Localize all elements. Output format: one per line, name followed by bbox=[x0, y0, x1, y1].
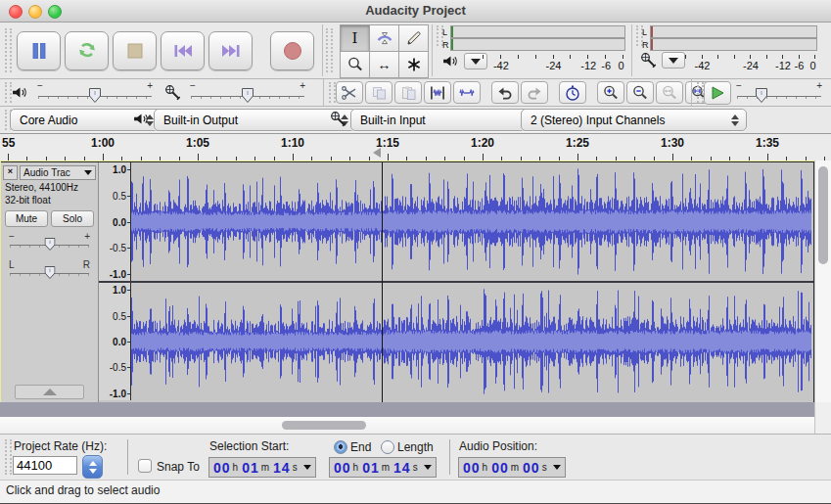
skip-to-end-button[interactable] bbox=[208, 31, 253, 70]
cut-button[interactable] bbox=[336, 81, 363, 104]
empty-track-space bbox=[0, 402, 814, 417]
collapse-track-button[interactable] bbox=[15, 385, 84, 399]
input-device-select[interactable]: Built-in Input bbox=[350, 109, 547, 131]
selection-toolbar-grabber[interactable] bbox=[5, 439, 12, 475]
slider-thumb[interactable] bbox=[89, 88, 101, 103]
mixer-toolbar-grabber[interactable] bbox=[5, 82, 12, 103]
skip-to-start-button[interactable] bbox=[161, 31, 205, 70]
transport-toolbar-grabber[interactable] bbox=[5, 28, 12, 73]
horizontal-scrollbar-thumb[interactable] bbox=[282, 421, 366, 430]
gain-slider[interactable]: − + bbox=[7, 231, 92, 255]
seconds-unit: s bbox=[293, 462, 298, 473]
stop-button[interactable] bbox=[113, 31, 157, 70]
copy-button[interactable] bbox=[365, 81, 392, 104]
meter-scale-number: -24 bbox=[743, 60, 759, 71]
minutes-value[interactable]: 01 bbox=[242, 460, 259, 476]
popup-arrows-icon bbox=[731, 115, 739, 126]
close-track-button[interactable]: × bbox=[3, 165, 18, 180]
minutes-value[interactable]: 00 bbox=[491, 460, 509, 476]
draw-tool-button[interactable] bbox=[398, 24, 429, 52]
slider-max-label: + bbox=[816, 80, 822, 91]
recording-meter[interactable]: L R -42-24-12-60 bbox=[632, 23, 831, 78]
meter-scale-tick bbox=[483, 55, 484, 59]
mute-button[interactable]: Mute bbox=[5, 210, 48, 227]
timeline-label: 1:10 bbox=[281, 136, 304, 150]
hours-value[interactable]: 00 bbox=[463, 460, 481, 476]
time-shift-tool-button[interactable]: ↔ bbox=[369, 51, 399, 78]
meter-scale-number: -12 bbox=[580, 60, 596, 71]
play-at-speed-button[interactable] bbox=[704, 81, 731, 105]
meter-scale-tick bbox=[799, 55, 800, 59]
dropdown-arrow-icon[interactable] bbox=[303, 465, 311, 470]
output-volume-slider[interactable]: − + bbox=[35, 80, 155, 106]
input-channels-select[interactable]: 2 (Stereo) Input Channels bbox=[521, 109, 747, 131]
dropdown-arrow-icon[interactable] bbox=[553, 465, 561, 470]
recording-meter-menu-button[interactable] bbox=[662, 52, 685, 69]
audio-position-field[interactable]: 00h 00m 00s bbox=[458, 457, 566, 478]
timeline-ruler[interactable]: 551:001:051:101:151:201:251:301:35 bbox=[0, 134, 831, 161]
waveform-right-channel[interactable] bbox=[131, 283, 813, 400]
end-radio-label[interactable]: End bbox=[350, 440, 371, 454]
vertical-scrollbar[interactable] bbox=[814, 160, 831, 402]
track-inner: × Audio Trac Stereo, 44100Hz 32-bit floa… bbox=[1, 161, 814, 403]
vertical-ruler-right-channel[interactable]: 1.00.50.0-0.5-1.0 bbox=[99, 283, 131, 400]
undo-button[interactable] bbox=[491, 81, 519, 104]
zoom-in-button[interactable] bbox=[597, 81, 624, 104]
timer-record-button[interactable] bbox=[559, 81, 586, 104]
input-volume-slider[interactable]: − + bbox=[188, 80, 307, 106]
minutes-value[interactable]: 01 bbox=[362, 460, 380, 476]
title-bar[interactable]: Audacity Project bbox=[0, 0, 831, 23]
pan-left-label: L bbox=[9, 259, 15, 270]
timeline-major-tick bbox=[577, 154, 578, 160]
envelope-tool-button[interactable] bbox=[369, 24, 399, 52]
tools-toolbar-grabber[interactable] bbox=[326, 28, 333, 73]
slider-thumb[interactable] bbox=[756, 88, 767, 103]
slider-thumb[interactable] bbox=[242, 88, 254, 103]
project-rate-stepper[interactable] bbox=[82, 455, 103, 479]
meter-scale-number: 0 bbox=[809, 60, 815, 71]
minutes-unit: m bbox=[382, 462, 390, 473]
multi-tool-button[interactable] bbox=[398, 51, 429, 78]
selection-start-field[interactable]: 00h 01m 14s bbox=[208, 457, 316, 478]
zoom-out-icon bbox=[632, 85, 648, 100]
waveform-left-channel[interactable] bbox=[131, 162, 813, 281]
solo-button[interactable]: Solo bbox=[51, 210, 94, 227]
snap-to-checkbox[interactable] bbox=[138, 459, 152, 473]
track-title-menu[interactable]: Audio Trac bbox=[20, 165, 96, 180]
transcription-toolbar-grabber[interactable] bbox=[697, 82, 704, 103]
silence-audio-button[interactable] bbox=[453, 81, 481, 104]
seconds-value[interactable]: 00 bbox=[523, 460, 540, 476]
project-rate-input[interactable] bbox=[13, 456, 77, 475]
paste-button[interactable] bbox=[394, 81, 422, 104]
selection-end-field[interactable]: 00h 01m 14s bbox=[329, 457, 437, 478]
fit-selection-button[interactable] bbox=[656, 81, 683, 104]
zoom-tool-button[interactable] bbox=[340, 51, 370, 78]
slider-max-label: + bbox=[300, 80, 305, 91]
redo-button[interactable] bbox=[521, 81, 548, 104]
play-loop-button[interactable] bbox=[65, 31, 109, 70]
hours-value[interactable]: 00 bbox=[334, 460, 351, 476]
pause-button[interactable] bbox=[17, 31, 61, 70]
horizontal-scrollbar[interactable] bbox=[0, 417, 814, 434]
dropdown-arrow-icon[interactable] bbox=[424, 465, 432, 470]
slider-thumb[interactable] bbox=[44, 266, 55, 279]
pan-slider[interactable]: L R bbox=[7, 259, 92, 284]
end-radio[interactable] bbox=[334, 440, 347, 454]
seconds-value[interactable]: 14 bbox=[273, 460, 291, 476]
length-radio[interactable] bbox=[381, 440, 394, 454]
record-button[interactable] bbox=[270, 31, 314, 70]
length-radio-label[interactable]: Length bbox=[397, 440, 434, 454]
output-device-select[interactable]: Built-in Output bbox=[154, 109, 356, 131]
zoom-out-button[interactable] bbox=[626, 81, 654, 104]
playback-speed-slider[interactable]: − + bbox=[734, 80, 824, 106]
trim-audio-button[interactable] bbox=[424, 81, 451, 104]
playback-meter[interactable]: L R -42-24-12-60 bbox=[433, 23, 631, 78]
slider-thumb[interactable] bbox=[44, 238, 55, 251]
selection-tool-button[interactable]: I bbox=[340, 24, 370, 52]
vertical-ruler-left-channel[interactable]: 1.00.50.0-0.5-1.0 bbox=[99, 162, 131, 281]
hours-value[interactable]: 00 bbox=[213, 460, 231, 476]
recording-meter-level bbox=[651, 39, 653, 50]
vertical-scrollbar-thumb[interactable] bbox=[818, 166, 828, 264]
status-bar: Click and drag to select audio bbox=[0, 480, 831, 504]
seconds-value[interactable]: 14 bbox=[393, 460, 411, 476]
